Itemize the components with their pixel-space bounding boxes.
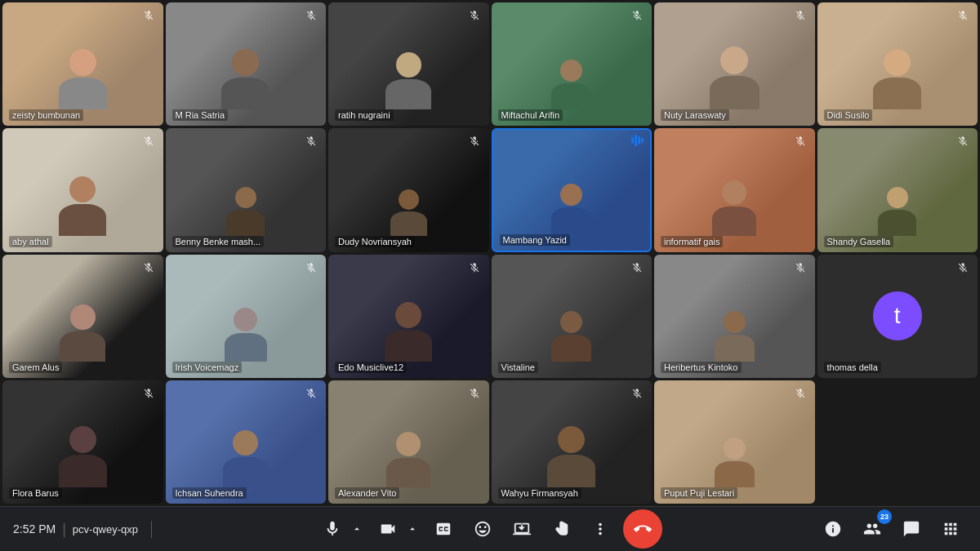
video-grid: zeisty bumbunanM Ria Satriaratih nugrain… — [0, 0, 980, 506]
mute-indicator-shandy — [955, 133, 971, 149]
more-options-button[interactable] — [584, 513, 617, 545]
share-screen-icon — [513, 520, 531, 538]
mute-indicator-vistaline — [629, 260, 645, 276]
mute-indicator-edo — [466, 260, 483, 276]
participant-tile-heribertus: Heribertus Kintoko — [654, 255, 815, 378]
chat-icon — [902, 520, 920, 538]
mic-group[interactable] — [316, 513, 365, 545]
participant-tile-wahyu: Wahyu Firmansyah — [492, 380, 653, 504]
body-benny — [226, 210, 265, 235]
person-sim-aby — [2, 128, 163, 251]
participant-tile-ratih: ratih nugraini — [328, 2, 489, 126]
raise-hand-button[interactable] — [545, 513, 577, 545]
emoji-icon — [474, 520, 492, 538]
person-sim-irish — [166, 255, 327, 378]
mute-indicator-ichsan — [303, 385, 319, 402]
participant-name-informatif: informatif gais — [661, 236, 723, 247]
participant-name-ratih: ratih nugraini — [335, 109, 394, 121]
participant-tile-edo: Edo Musiclive12 — [328, 255, 489, 378]
body-flora — [59, 455, 107, 487]
mute-indicator-zeisty — [140, 7, 157, 24]
participant-tile-alexander: Alexander Vito — [328, 380, 489, 504]
participant-tile-aby: aby athal — [2, 128, 163, 251]
head-ichsan — [233, 430, 258, 455]
person-sim-nuty — [654, 2, 815, 126]
mute-indicator-ratih — [466, 7, 483, 24]
head-mria — [232, 49, 259, 76]
body-ichsan — [223, 457, 269, 487]
participants-icon — [863, 520, 881, 538]
end-call-button[interactable] — [623, 509, 662, 549]
end-call-icon — [634, 520, 652, 538]
person-sim-zeisty — [2, 2, 163, 126]
person-sim-didi — [817, 2, 978, 126]
person-sim-heribertus — [654, 255, 815, 378]
person-sim-edo — [328, 255, 489, 378]
body-heribertus — [715, 335, 755, 361]
person-sim-dudy — [328, 128, 489, 251]
more-options-icon — [591, 520, 609, 538]
participant-name-aby: aby athal — [9, 236, 52, 247]
head-heribertus — [724, 311, 746, 333]
emoji-button[interactable] — [466, 513, 499, 545]
participant-name-garem: Garem Alus — [9, 362, 62, 373]
mute-indicator-flora — [140, 385, 157, 402]
captions-icon — [434, 520, 452, 538]
participant-name-puput: Puput Puji Lestari — [661, 487, 737, 499]
body-puput — [715, 461, 755, 487]
head-nuty — [720, 47, 748, 74]
person-sim-puput — [654, 380, 815, 504]
chevron-up-icon — [351, 523, 363, 535]
captions-button[interactable] — [427, 513, 460, 545]
head-zeisty — [69, 49, 96, 76]
participant-tile-mria: M Ria Satria — [166, 2, 327, 126]
mute-indicator-garem — [140, 260, 157, 276]
mute-indicator-alexander — [466, 385, 483, 402]
camera-group[interactable] — [372, 513, 421, 545]
body-edo — [385, 330, 432, 361]
info-button[interactable] — [817, 513, 849, 545]
participant-tile-flora: Flora Barus — [2, 380, 163, 504]
body-didi — [873, 78, 921, 110]
head-dudy — [399, 189, 419, 210]
participant-tile-puput: Puput Puji Lestari — [654, 380, 815, 504]
participant-tile-shandy: Shandy Gasella — [817, 128, 978, 251]
toolbar-right-controls: 23 — [817, 513, 967, 545]
toolbar-info: 2:52 PM | pcv-qwey-qxp — [13, 521, 152, 538]
camera-chevron[interactable] — [404, 513, 421, 545]
share-screen-button[interactable] — [506, 513, 538, 545]
head-shandy — [887, 187, 908, 208]
mute-indicator-aby — [140, 133, 157, 149]
person-sim-ratih — [328, 2, 489, 126]
video-call-container: zeisty bumbunanM Ria Satriaratih nugrain… — [0, 0, 980, 551]
mute-indicator-benny — [303, 133, 319, 149]
chat-button[interactable] — [895, 513, 928, 545]
participant-tile-didi: Didi Susilo — [817, 2, 978, 126]
participant-tile-benny: Benny Benke mash... — [166, 128, 327, 251]
participant-count-badge: 23 — [877, 509, 892, 524]
mic-chevron[interactable] — [349, 513, 365, 545]
body-informatif — [712, 207, 756, 236]
activities-icon — [942, 520, 960, 538]
head-ratih — [396, 52, 421, 78]
participant-tile-garem: Garem Alus — [2, 255, 163, 378]
body-shandy — [878, 210, 916, 235]
body-mria — [221, 78, 270, 110]
participant-name-wahyu: Wahyu Firmansyah — [498, 487, 581, 499]
participant-name-alexander: Alexander Vito — [335, 487, 399, 499]
participant-tile-dudy: Dudy Novriansyah — [328, 128, 489, 251]
activities-button[interactable] — [934, 513, 967, 545]
participant-name-ichsan: Ichsan Suhendra — [172, 487, 247, 499]
participant-tile-miftachul: Miftachul Arifin — [492, 2, 653, 126]
mic-button[interactable] — [316, 513, 349, 545]
person-sim-miftachul — [492, 2, 653, 126]
person-sim-garem — [2, 255, 163, 378]
mute-indicator-irish — [303, 260, 319, 276]
body-miftachul — [551, 83, 591, 109]
participant-name-vistaline: Vistaline — [498, 362, 538, 373]
person-sim-vistaline — [492, 255, 653, 378]
camera-button[interactable] — [372, 513, 404, 545]
participant-tile-informatif: informatif gais — [654, 128, 815, 251]
participant-name-dudy: Dudy Novriansyah — [335, 236, 415, 247]
participants-button[interactable]: 23 — [856, 513, 889, 545]
